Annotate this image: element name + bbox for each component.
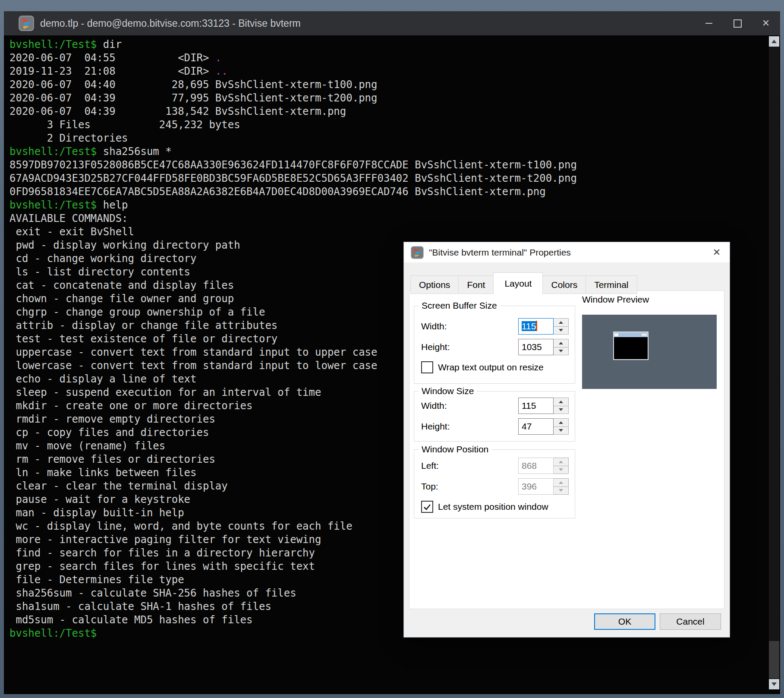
window-position-top-input[interactable]: 396 — [518, 478, 554, 495]
window-controls: ✕ — [695, 11, 780, 35]
window-preview-panel — [582, 315, 717, 389]
spin-down-button[interactable] — [554, 487, 569, 495]
minimize-icon — [705, 23, 712, 24]
terminal-line: 3 Files 245,232 bytes — [9, 118, 780, 132]
preview-window-buttons-icon — [642, 334, 647, 336]
input-wrap: 1035 — [518, 339, 569, 355]
scroll-up-button[interactable] — [769, 36, 779, 47]
window-size-width-input[interactable]: 115 — [518, 398, 554, 414]
terminal-line: 2019-11-23 21:08 <DIR> .. — [9, 65, 780, 78]
input-wrap: 115 — [518, 318, 569, 335]
close-button[interactable]: ✕ — [752, 11, 780, 35]
dialog-titlebar: "Bitvise bvterm terminal" Properties ✕ — [404, 242, 730, 262]
selected-text: 115 — [522, 321, 536, 331]
spin-up-icon — [559, 342, 563, 344]
tab-page-layout: Screen Buffer SizeWidth:115Height:1035Wr… — [409, 291, 724, 609]
spinner — [554, 339, 569, 355]
input-wrap: 868 — [518, 458, 569, 474]
spin-up-button[interactable] — [554, 398, 569, 406]
checkmark-icon — [423, 504, 431, 510]
window-position-left-input[interactable]: 868 — [518, 458, 554, 474]
field-row-screen-buffer-size-width: Width:115 — [421, 318, 569, 335]
properties-dialog: "Bitvise bvterm terminal" Properties ✕ O… — [403, 242, 730, 638]
spin-up-icon — [559, 421, 563, 424]
tab-font[interactable]: Font — [458, 275, 494, 294]
preview-window — [613, 332, 649, 360]
spin-up-button[interactable] — [554, 418, 569, 427]
input-wrap: 396 — [518, 478, 569, 495]
spin-up-button[interactable] — [554, 478, 569, 487]
tab-terminal[interactable]: Terminal — [586, 275, 637, 294]
maximize-icon — [734, 19, 742, 28]
terminal-line: 2020-06-07 04:39 77,995 BvSshClient-xter… — [9, 92, 780, 105]
spin-up-button[interactable] — [554, 339, 569, 347]
spin-down-button[interactable] — [554, 347, 569, 356]
terminal-line: 2 Directories — [9, 132, 780, 145]
let-system-position-window-row: Let system position window — [421, 501, 575, 513]
let-system-position-window-checkbox[interactable] — [421, 501, 433, 513]
terminal-line: AVAILABLE COMMANDS: — [9, 212, 780, 225]
window-preview-label: Window Preview — [582, 294, 649, 305]
wrap-text-output-on-resize-checkbox[interactable] — [421, 361, 433, 373]
spinner — [554, 458, 569, 474]
spin-down-icon — [559, 329, 563, 332]
field-label-width: Width: — [421, 321, 518, 332]
input-wrap: 115 — [518, 398, 569, 414]
group-screen-buffer-size: Screen Buffer SizeWidth:115Height:1035Wr… — [414, 306, 575, 384]
tab-layout[interactable]: Layout — [493, 272, 543, 294]
terminal-line: exit - exit BvShell — [9, 225, 780, 239]
maximize-button[interactable] — [723, 11, 752, 35]
text-caret — [536, 321, 537, 331]
field-label-width: Width: — [421, 401, 518, 411]
screen-buffer-size-width-input[interactable]: 115 — [518, 318, 554, 335]
scroll-up-icon — [771, 40, 777, 43]
field-row-window-size-height: Height:47 — [421, 418, 569, 435]
dialog-close-button[interactable]: ✕ — [704, 242, 730, 262]
dialog-button-row: OKCancel — [404, 613, 730, 630]
field-row-window-size-width: Width:115 — [421, 398, 569, 414]
minimize-button[interactable] — [695, 11, 723, 35]
tab-colors[interactable]: Colors — [542, 275, 586, 294]
spinner — [554, 318, 569, 335]
window-title: demo.tlp - demo@demo.bitvise.com:33123 -… — [40, 18, 301, 29]
spin-up-button[interactable] — [554, 458, 569, 466]
spin-down-icon — [559, 489, 563, 492]
field-row-window-position-left: Left:868 — [421, 458, 569, 474]
dialog-close-icon: ✕ — [713, 247, 721, 258]
bitvise-app-icon — [19, 16, 34, 31]
spin-up-icon — [559, 401, 563, 403]
terminal-line: bvshell:/Test$ sha256sum * — [9, 145, 780, 158]
group-window-size: Window SizeWidth:115Height:47 — [414, 391, 575, 442]
wrap-text-output-on-resize-label: Wrap text output on resize — [438, 362, 544, 373]
spin-up-icon — [559, 321, 563, 324]
window-titlebar: demo.tlp - demo@demo.bitvise.com:33123 -… — [4, 11, 780, 35]
group-label-screen-buffer-size: Screen Buffer Size — [419, 300, 500, 311]
group-label-window-size: Window Size — [419, 386, 477, 396]
screen-buffer-size-height-input[interactable]: 1035 — [518, 339, 554, 355]
dialog-title: "Bitvise bvterm terminal" Properties — [429, 247, 571, 258]
spin-down-button[interactable] — [554, 427, 569, 435]
scroll-down-button[interactable] — [769, 679, 779, 689]
terminal-line: 0FD96581834EE7C6EA7ABC5D5EA88A2A6382E6B4… — [9, 185, 780, 199]
let-system-position-window-label: Let system position window — [438, 502, 548, 512]
tab-options[interactable]: Options — [410, 275, 459, 294]
spin-down-button[interactable] — [554, 327, 569, 335]
ok-button[interactable]: OK — [594, 613, 655, 630]
window-size-height-input[interactable]: 47 — [518, 418, 554, 435]
dialog-tabs: OptionsFontLayoutColorsTerminal — [411, 272, 637, 294]
terminal-line: bvshell:/Test$ help — [9, 199, 780, 212]
spinner — [554, 398, 569, 414]
terminal-scrollbar[interactable] — [769, 36, 779, 689]
preview-window-menu-icon — [614, 333, 618, 336]
spin-down-icon — [559, 350, 563, 352]
spin-down-button[interactable] — [554, 466, 569, 474]
terminal-line: 2020-06-07 04:55 <DIR> . — [9, 51, 780, 65]
input-wrap: 47 — [518, 418, 569, 435]
wrap-text-output-on-resize-row: Wrap text output on resize — [421, 361, 575, 373]
cancel-button[interactable]: Cancel — [660, 613, 721, 630]
field-label-left: Left: — [421, 461, 518, 471]
scrollbar-thumb[interactable] — [769, 641, 779, 678]
spin-up-button[interactable] — [554, 318, 569, 327]
spin-down-button[interactable] — [554, 406, 569, 414]
spin-down-icon — [559, 408, 563, 411]
